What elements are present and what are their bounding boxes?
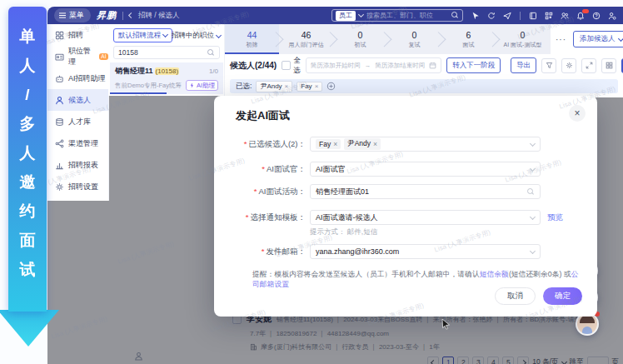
- grid-icon: [55, 31, 64, 40]
- add-candidate-label: 添加候选人: [580, 34, 616, 44]
- stage-tab-ai-interview[interactable]: 0 AI 面试-测试型: [496, 24, 550, 54]
- top-navbar: 菜单 昇鹏 招聘 / 候选人 员工 搜索员工、部门、职位: [47, 7, 623, 24]
- flow-select-label: 默认招聘流程: [118, 31, 161, 41]
- reminder-text: 提醒：模板内容将会发送至候选人（员工）手机和个人邮箱中，请确认短信余额(短信还剩…: [252, 269, 579, 290]
- sidebar-item-talent-pool[interactable]: 人才库: [47, 111, 108, 132]
- date-start-placeholder: 简历添加开始时间: [311, 62, 361, 70]
- search-scope-select[interactable]: 员工: [336, 11, 356, 21]
- job-ratio: 1/0: [209, 67, 218, 75]
- export-button[interactable]: 导出: [511, 57, 536, 73]
- preview-link[interactable]: 预览: [547, 212, 563, 223]
- settings-button[interactable]: [561, 58, 576, 73]
- close-button[interactable]: ×: [569, 105, 586, 122]
- book-icon[interactable]: [529, 12, 537, 20]
- expand-icon: [586, 62, 593, 69]
- sidebar-item-job-management[interactable]: 职位管理 AI: [47, 46, 108, 67]
- filter-button[interactable]: [541, 58, 556, 73]
- stage-pipeline: 44 初筛 46 用人部门评估 0 初试 0 复试 6 面试: [225, 24, 550, 54]
- sidebar-item-label: 候选人: [68, 95, 91, 106]
- banner-char: 面: [20, 232, 36, 248]
- candidate-tag[interactable]: 尹Andy ×: [344, 138, 381, 150]
- sender-email-select[interactable]: yana.zhang@ihr360.com: [310, 244, 541, 259]
- back-icon[interactable]: [128, 12, 134, 18]
- sidebar-item-channels[interactable]: 渠道管理: [47, 132, 108, 154]
- more-stages-button[interactable]: ···: [556, 35, 566, 44]
- banner-char: 人: [20, 145, 36, 161]
- share-nodes-icon: [55, 139, 64, 148]
- card-view-button[interactable]: [601, 58, 616, 73]
- users-icon[interactable]: [561, 12, 569, 20]
- help-icon[interactable]: [592, 12, 601, 20]
- sender-email-value: yana.zhang@ihr360.com: [316, 247, 399, 256]
- candidate-tag[interactable]: Fay ×: [316, 139, 341, 149]
- menu-button[interactable]: 菜单: [54, 8, 91, 22]
- sidebar: 招聘 职位管理 AI AI招聘助理 候选人 人才库 渠道管理: [47, 24, 109, 201]
- hamburger-icon: [59, 15, 66, 16]
- field-candidates: *已选候选人(2)： Fay × 尹Andy ×: [214, 137, 597, 152]
- interviewer-value: AI面试官: [316, 164, 346, 175]
- notification-badge: [582, 9, 589, 13]
- sms-balance-link[interactable]: 短信余额: [480, 270, 509, 278]
- jobs-filter-select[interactable]: 招聘中的职位: [172, 31, 221, 41]
- banner-char: 人: [20, 57, 36, 73]
- job-card[interactable]: 销售经理11 (10158) 1/0 售前Demo专用-Fay统筹 AI助理: [110, 62, 223, 94]
- notifications-button[interactable]: [576, 12, 585, 20]
- remove-tag-icon[interactable]: ×: [333, 140, 337, 148]
- stage-tab-first-interview[interactable]: 0 初试: [333, 24, 387, 54]
- remove-tag-icon[interactable]: ×: [315, 83, 319, 90]
- template-select[interactable]: AI面试邀请-候选人: [310, 210, 541, 225]
- fullscreen-button[interactable]: [581, 58, 596, 73]
- breadcrumb[interactable]: 招聘 / 候选人: [138, 11, 180, 21]
- reminder-pre: 提醒：模板内容将会发送至候选人（员工）手机和个人邮箱中，请确认: [252, 270, 480, 278]
- sidebar-item-candidates[interactable]: 候选人: [47, 89, 108, 111]
- refresh-icon[interactable]: [487, 12, 496, 20]
- stage-count: 0: [412, 30, 417, 40]
- interviewer-select[interactable]: AI面试官: [310, 162, 541, 177]
- required-mark: *: [254, 187, 257, 196]
- stage-tab-dept-eval[interactable]: 46 用人部门评估: [279, 24, 333, 54]
- add-selection-button[interactable]: [326, 82, 336, 91]
- gear-icon: [566, 62, 573, 69]
- modal-title: 发起AI面试: [236, 108, 290, 123]
- selected-tag[interactable]: Fay ×: [297, 82, 322, 92]
- global-search[interactable]: 员工 搜索员工、部门、职位: [331, 9, 463, 22]
- tag-name: 尹Andy: [347, 139, 371, 149]
- qr-code-icon[interactable]: [545, 12, 553, 20]
- flow-select-button[interactable]: 默认招聘流程: [113, 28, 172, 42]
- account-settings-icon[interactable]: [608, 12, 616, 20]
- sidebar-item-settings[interactable]: 招聘设置: [47, 176, 108, 197]
- remove-tag-icon[interactable]: ×: [373, 140, 377, 148]
- stage-tab-interview[interactable]: 6 面试: [441, 24, 496, 54]
- search-icon[interactable]: [451, 12, 459, 19]
- stage-tab-screening[interactable]: 44 初筛: [225, 24, 279, 54]
- date-range-input[interactable]: 简历添加开始时间 → 简历添加结束时间: [306, 57, 442, 73]
- activity-search-select[interactable]: 销售经理面试01: [310, 184, 541, 199]
- close-icon: ×: [574, 107, 580, 119]
- page: 菜单 昇鹏 招聘 / 候选人 员工 搜索员工、部门、职位: [0, 0, 623, 364]
- field-label: 发件邮箱：: [267, 247, 307, 256]
- sidebar-item-reports[interactable]: 招聘报表: [47, 154, 108, 176]
- sidebar-item-ai-assistant[interactable]: AI招聘助理: [47, 67, 108, 89]
- required-mark: *: [262, 247, 265, 256]
- next-stage-button[interactable]: 转入下一阶段: [446, 57, 501, 73]
- add-candidate-button[interactable]: 添加候选人: [573, 31, 623, 47]
- template-value: AI面试邀请-候选人: [316, 212, 378, 223]
- select-all-checkbox[interactable]: 全选: [282, 56, 301, 76]
- cancel-button[interactable]: 取消: [495, 287, 536, 305]
- stage-label: AI 面试-测试型: [504, 41, 542, 49]
- confirm-button[interactable]: 确定: [543, 287, 582, 305]
- cursor-tool-icon[interactable]: [471, 12, 480, 20]
- send-icon[interactable]: [503, 12, 511, 20]
- candidates-count-title: 候选人(2/44): [230, 60, 277, 72]
- selected-tag[interactable]: 尹Andy ×: [256, 81, 292, 92]
- collapsed-person-icon[interactable]: [134, 352, 143, 361]
- job-search-input[interactable]: 10158: [113, 46, 220, 59]
- divider: [122, 12, 123, 20]
- search-input[interactable]: 搜索员工、部门、职位: [366, 11, 448, 20]
- candidates-multiselect[interactable]: Fay × 尹Andy ×: [310, 137, 541, 152]
- stage-label: 复试: [409, 41, 421, 49]
- ai-assistant-button[interactable]: AI助理: [186, 80, 218, 91]
- remove-tag-icon[interactable]: ×: [285, 83, 289, 90]
- sidebar-item-recruiting[interactable]: 招聘: [47, 24, 108, 46]
- stage-tab-second-interview[interactable]: 0 复试: [387, 24, 441, 54]
